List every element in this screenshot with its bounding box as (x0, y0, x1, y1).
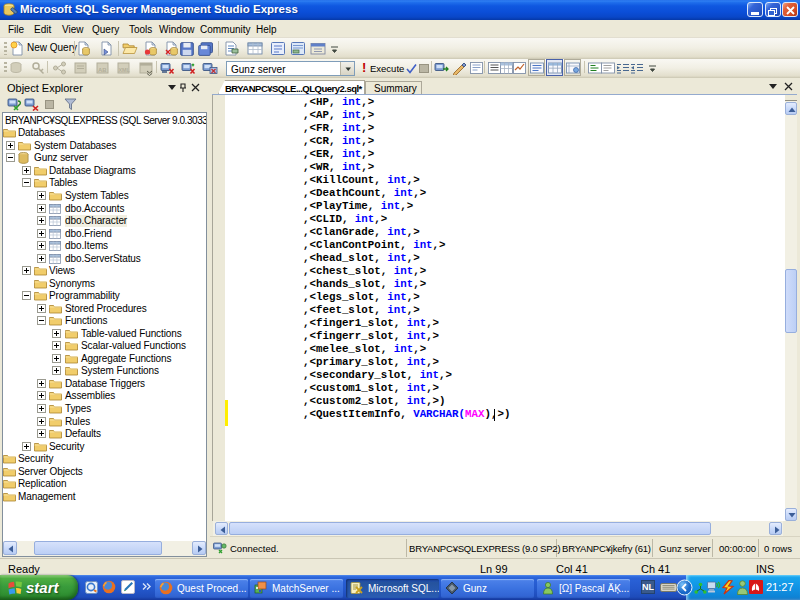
svg-text:AB: AB (98, 67, 107, 73)
svg-text:XML: XML (118, 67, 130, 73)
